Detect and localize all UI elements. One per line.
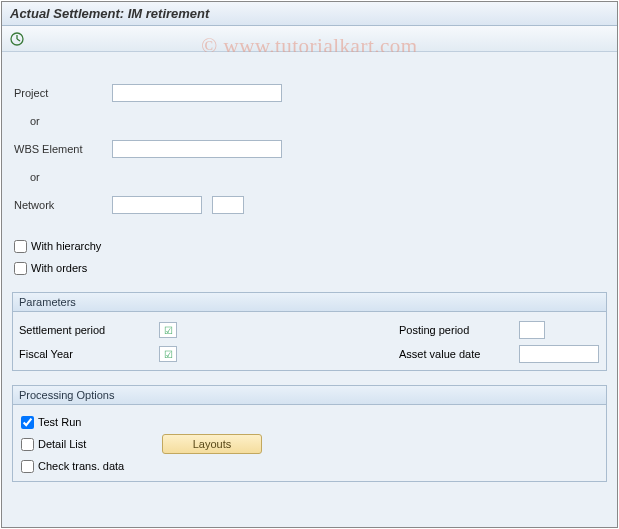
fiscal-year-input[interactable]: ☑	[159, 346, 177, 362]
network-activity-input[interactable]	[212, 196, 244, 214]
posting-period-input[interactable]	[519, 321, 545, 339]
settlement-period-input[interactable]: ☑	[159, 322, 177, 338]
with-orders-label: With orders	[31, 262, 87, 274]
content-area: Project or WBS Element or Network With h…	[2, 52, 617, 527]
posting-period-label: Posting period	[399, 324, 519, 336]
test-run-label: Test Run	[38, 416, 81, 428]
project-input[interactable]	[112, 84, 282, 102]
network-label: Network	[12, 199, 112, 211]
or-label-1: or	[12, 115, 112, 127]
wbs-label: WBS Element	[12, 143, 112, 155]
execute-icon[interactable]	[8, 30, 26, 48]
with-hierarchy-checkbox[interactable]	[14, 240, 27, 253]
check-trans-label: Check trans. data	[38, 460, 124, 472]
page-title: Actual Settlement: IM retirement	[2, 2, 617, 26]
fiscal-year-label: Fiscal Year	[19, 348, 159, 360]
asset-value-date-input[interactable]	[519, 345, 599, 363]
or-label-2: or	[12, 171, 112, 183]
wbs-input[interactable]	[112, 140, 282, 158]
check-trans-checkbox[interactable]	[21, 460, 34, 473]
processing-options-group: Processing Options Test Run Detail List …	[12, 385, 607, 482]
test-run-checkbox[interactable]	[21, 416, 34, 429]
sap-window: Actual Settlement: IM retirement © www.t…	[1, 1, 618, 528]
asset-value-date-label: Asset value date	[399, 348, 519, 360]
detail-list-checkbox[interactable]	[21, 438, 34, 451]
processing-options-title: Processing Options	[13, 386, 606, 405]
layouts-button[interactable]: Layouts	[162, 434, 262, 454]
network-input[interactable]	[112, 196, 202, 214]
application-toolbar	[2, 26, 617, 52]
parameters-group-title: Parameters	[13, 293, 606, 312]
settlement-period-label: Settlement period	[19, 324, 159, 336]
detail-list-label: Detail List	[38, 438, 118, 450]
svg-line-2	[17, 39, 20, 41]
parameters-group: Parameters Settlement period ☑ Posting p…	[12, 292, 607, 371]
with-hierarchy-label: With hierarchy	[31, 240, 101, 252]
project-label: Project	[12, 87, 112, 99]
with-orders-checkbox[interactable]	[14, 262, 27, 275]
